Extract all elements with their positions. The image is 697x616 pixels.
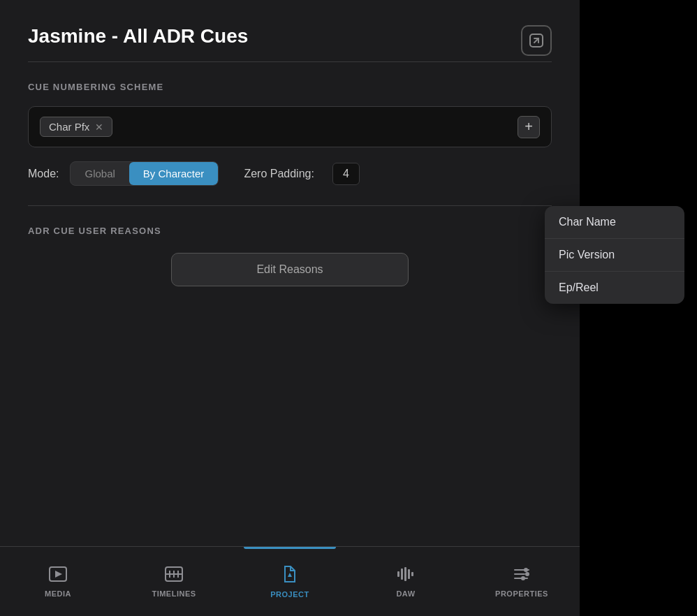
tab-daw-label: DAW <box>396 589 415 598</box>
tag-label: Char Pfx <box>49 121 89 133</box>
svg-point-17 <box>524 568 528 572</box>
dropdown-menu: Char Name Pic Version Ep/Reel <box>545 206 684 304</box>
tab-project[interactable]: PROJECT <box>232 547 348 616</box>
dropdown-item-char-name[interactable]: Char Name <box>545 206 684 239</box>
zero-padding-value: 4 <box>332 163 360 185</box>
svg-rect-11 <box>404 567 406 581</box>
svg-point-18 <box>525 572 529 576</box>
svg-rect-9 <box>397 571 399 577</box>
tag-close-icon[interactable]: ✕ <box>95 122 103 133</box>
tab-properties[interactable]: PROPERTIES <box>464 547 580 616</box>
cue-numbering-section-title: CUE NUMBERING SCHEME <box>28 82 552 92</box>
svg-rect-12 <box>408 569 410 579</box>
section-divider <box>28 205 552 206</box>
char-pfx-tag: Char Pfx ✕ <box>40 117 112 137</box>
tab-project-label: PROJECT <box>270 590 309 599</box>
title-divider <box>28 61 552 62</box>
dropdown-item-ep-reel[interactable]: Ep/Reel <box>545 272 684 304</box>
export-button[interactable] <box>521 25 552 56</box>
daw-icon <box>395 566 416 585</box>
mode-global-button[interactable]: Global <box>71 162 129 185</box>
mode-row: Mode: Global By Character Zero Padding: … <box>28 161 552 186</box>
tab-bar: MEDIA TIMELINES <box>0 546 580 616</box>
dropdown-item-pic-version[interactable]: Pic Version <box>545 239 684 272</box>
mode-label: Mode: <box>28 168 59 180</box>
page-title: Jasmine - All ADR Cues <box>28 25 552 47</box>
adr-reasons-section-title: ADR CUE USER REASONS <box>28 226 552 236</box>
media-icon <box>48 566 68 585</box>
tab-timelines[interactable]: TIMELINES <box>116 547 232 616</box>
zero-padding-label: Zero Padding: <box>244 168 314 180</box>
tab-timelines-label: TIMELINES <box>152 589 196 598</box>
timelines-icon <box>164 566 184 585</box>
edit-reasons-button[interactable]: Edit Reasons <box>171 253 409 286</box>
add-tag-button[interactable]: + <box>518 116 540 138</box>
mode-by-character-button[interactable]: By Character <box>129 162 219 185</box>
svg-marker-8 <box>288 573 292 577</box>
tab-media-label: MEDIA <box>45 589 71 598</box>
svg-rect-10 <box>401 569 403 580</box>
tab-daw[interactable]: DAW <box>348 547 464 616</box>
svg-point-19 <box>521 576 525 580</box>
tab-media[interactable]: MEDIA <box>0 547 116 616</box>
numbering-scheme-box: Char Pfx ✕ + <box>28 106 552 147</box>
properties-icon <box>512 566 531 585</box>
svg-marker-2 <box>55 571 62 578</box>
right-side <box>580 0 697 616</box>
svg-rect-13 <box>411 572 413 576</box>
tab-properties-label: PROPERTIES <box>495 589 548 598</box>
mode-toggle: Global By Character <box>70 161 219 186</box>
project-icon <box>281 565 299 586</box>
